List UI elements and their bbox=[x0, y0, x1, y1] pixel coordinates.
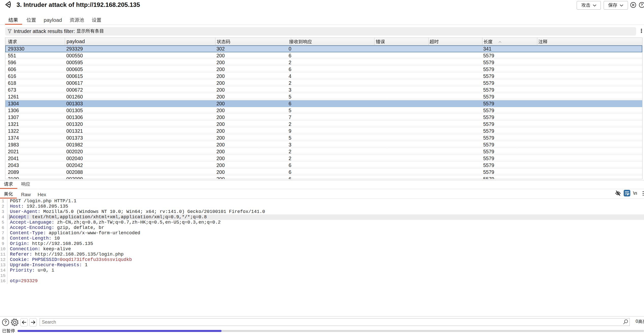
svg-text:?: ? bbox=[4, 320, 7, 325]
svg-text:?: ? bbox=[641, 3, 643, 7]
